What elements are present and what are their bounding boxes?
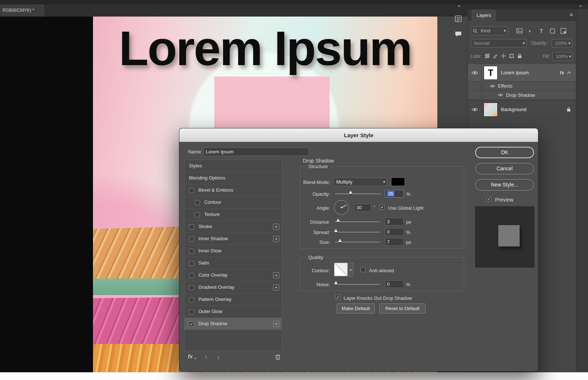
visibility-toggle[interactable] (468, 101, 482, 118)
ok-button[interactable]: OK (475, 147, 534, 158)
lock-image-pixels-icon[interactable] (492, 52, 499, 60)
style-row-pattern-overlay[interactable]: Pattern Overlay (184, 294, 282, 306)
size-slider[interactable] (335, 242, 380, 242)
fx-menu-button[interactable]: fx (188, 353, 193, 359)
document-tab[interactable]: RGB/8/CMYK) * (0, 4, 45, 17)
layer-opacity-field[interactable]: 100% ▾ (552, 39, 572, 47)
new-style-button[interactable]: New Style... (475, 179, 534, 191)
filter-pixel-layers-icon[interactable] (515, 26, 524, 35)
layer-row-lorem-ipsum[interactable]: T Lorem Ipsum fx (468, 64, 576, 82)
style-row-gradient-overlay[interactable]: Gradient Overlay + (184, 281, 282, 294)
contour-picker[interactable] (334, 263, 348, 276)
tab-layers[interactable]: Layers (472, 10, 496, 21)
filter-type-layers-icon[interactable]: T (537, 26, 546, 35)
delete-effect-button[interactable] (275, 354, 280, 360)
visibility-toggle[interactable] (498, 93, 503, 97)
satin-checkbox[interactable] (189, 261, 194, 266)
layer-filter-kind-select[interactable]: Kind ▾ (471, 26, 508, 35)
style-row-color-overlay[interactable]: Color Overlay + (184, 269, 282, 281)
filter-shape-layers-icon[interactable] (548, 26, 557, 35)
background-layer-thumbnail[interactable] (484, 103, 497, 116)
distance-input[interactable]: 3 (385, 218, 404, 225)
style-row-bevel-emboss[interactable]: Bevel & Emboss (184, 184, 282, 196)
layer-row-drop-shadow-effect[interactable]: Drop Shadow (468, 90, 576, 100)
blend-mode-select[interactable]: Normal ▾ (471, 39, 527, 47)
window-titlebar (0, 0, 588, 4)
noise-slider[interactable] (335, 284, 380, 285)
inner-glow-checkbox[interactable] (189, 249, 194, 254)
lock-transparent-pixels-icon[interactable] (484, 52, 491, 60)
add-gradient-overlay-button[interactable]: + (273, 284, 279, 291)
use-global-light-checkbox[interactable]: ✓ (380, 205, 385, 210)
visibility-toggle[interactable] (490, 84, 495, 88)
gradient-overlay-checkbox[interactable] (189, 285, 194, 290)
layer-name[interactable]: Lorem Ipsum (501, 70, 529, 75)
bevel-emboss-checkbox[interactable] (189, 188, 194, 193)
layer-fill-field[interactable]: 100% ▾ (552, 52, 573, 61)
text-layer-thumbnail[interactable]: T (484, 66, 497, 79)
angle-input[interactable]: 30 (354, 204, 371, 212)
preview-checkbox[interactable]: ✓ (487, 196, 492, 201)
spread-input[interactable]: 0 (385, 228, 404, 236)
outer-glow-checkbox[interactable] (189, 309, 194, 315)
size-input[interactable]: 7 (385, 238, 404, 246)
add-inner-shadow-button[interactable]: + (273, 236, 279, 242)
cancel-button[interactable]: Cancel (475, 163, 534, 174)
layer-knockout-checkbox[interactable]: ✓ (335, 295, 340, 300)
lock-position-icon[interactable] (500, 52, 507, 60)
make-default-button[interactable]: Make Default (337, 303, 375, 313)
style-row-blending-options[interactable]: Blending Options (184, 172, 282, 184)
collapse-dock-icon[interactable]: « (458, 3, 460, 8)
collapse-effects-chevron-icon[interactable] (567, 71, 572, 74)
dialog-titlebar[interactable]: Layer Style (179, 128, 538, 142)
color-overlay-checkbox[interactable] (189, 273, 194, 278)
layer-row-background[interactable]: Background (468, 101, 576, 118)
style-row-drop-shadow[interactable]: ✓ Drop Shadow + (184, 318, 282, 330)
style-row-styles[interactable]: Styles (184, 160, 282, 172)
visibility-toggle[interactable] (468, 64, 482, 81)
eye-icon (490, 84, 495, 88)
layer-row-effects[interactable]: Effects (468, 82, 576, 90)
style-row-inner-shadow[interactable]: Inner Shadow + (184, 233, 282, 245)
distance-slider[interactable] (335, 221, 380, 222)
layer-fx-badge[interactable]: fx (560, 70, 564, 75)
style-row-texture[interactable]: Texture (184, 209, 282, 221)
filter-adjustment-layers-icon[interactable]: ◐ (526, 26, 535, 35)
layer-name[interactable]: Background (501, 107, 526, 112)
move-effect-up-button[interactable]: ↑ (205, 354, 208, 360)
contour-dropdown-button[interactable]: ▾ (348, 263, 354, 276)
anti-aliased-checkbox[interactable] (361, 267, 366, 272)
shadow-color-swatch[interactable] (391, 177, 405, 186)
drop-shadow-checkbox[interactable]: ✓ (189, 322, 194, 327)
inner-shadow-checkbox[interactable] (189, 237, 194, 242)
properties-panel-icon[interactable] (453, 13, 464, 24)
filter-smart-objects-icon[interactable] (559, 26, 568, 35)
pattern-overlay-checkbox[interactable] (189, 297, 194, 302)
expand-dock-icon[interactable]: » (579, 3, 582, 8)
move-effect-down-button[interactable]: ↓ (217, 354, 220, 360)
opacity-input[interactable]: 35 (385, 190, 404, 198)
texture-checkbox[interactable] (195, 212, 200, 217)
comments-panel-icon[interactable] (453, 29, 464, 40)
style-row-stroke[interactable]: Stroke + (184, 221, 282, 233)
angle-dial[interactable] (334, 200, 349, 215)
add-stroke-button[interactable]: + (273, 224, 279, 230)
style-row-contour[interactable]: Contour (184, 196, 282, 209)
panel-menu-icon[interactable]: ≡ (570, 11, 573, 18)
lock-all-icon[interactable] (516, 52, 523, 60)
blend-mode-select[interactable]: Multiply ▾ (333, 178, 387, 186)
style-row-outer-glow[interactable]: Outer Glow (184, 306, 282, 318)
contour-checkbox[interactable] (195, 200, 200, 205)
style-row-inner-glow[interactable]: Inner Glow (184, 245, 282, 257)
name-input[interactable]: Lorem Ipsum (204, 148, 309, 156)
style-row-label: Blending Options (189, 175, 225, 181)
add-color-overlay-button[interactable]: + (273, 272, 279, 278)
lock-artboard-icon[interactable] (508, 52, 515, 60)
spread-slider[interactable] (335, 232, 380, 232)
style-row-satin[interactable]: Satin (184, 257, 282, 269)
add-drop-shadow-button[interactable]: + (273, 321, 279, 327)
opacity-slider[interactable] (335, 193, 381, 194)
stroke-checkbox[interactable] (189, 224, 194, 230)
reset-default-button[interactable]: Reset to Default (379, 303, 426, 313)
noise-input[interactable]: 0 (385, 280, 404, 288)
